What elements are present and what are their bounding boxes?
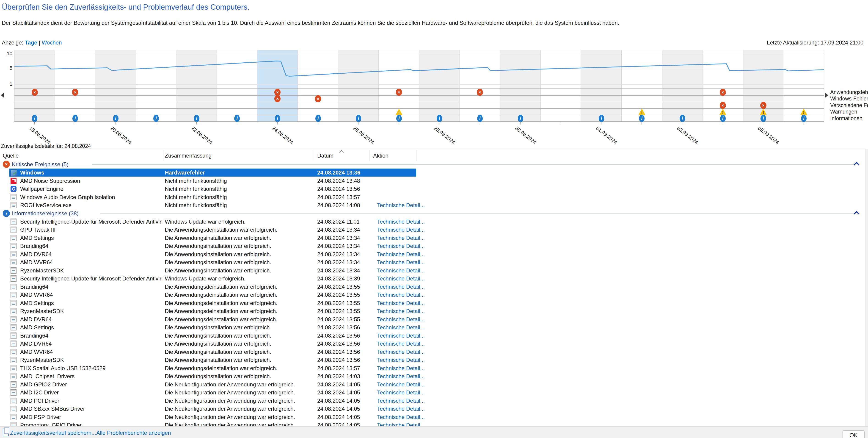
technical-details-link[interactable]: Technische Detail...: [377, 274, 430, 283]
stability-index-chart: [14, 50, 824, 89]
technical-details-link[interactable]: Technische Detail...: [377, 340, 430, 348]
table-row[interactable]: Wallpaper EngineNicht mehr funktionsfähi…: [0, 185, 866, 193]
technical-details-link[interactable]: Technische Detail...: [377, 331, 430, 340]
technical-details-link[interactable]: Technische Detail...: [377, 348, 430, 356]
table-row[interactable]: THX Spatial Audio USB 1532-0529Die Anwen…: [0, 364, 866, 372]
table-row[interactable]: Branding64Die Anwendungsdeinstallation w…: [0, 283, 866, 291]
event-icon-grid: ××××××××××!!!!!iiiiiiiiiiiiiiiiiii: [14, 89, 824, 121]
application-error-icon: ×: [396, 89, 402, 96]
technical-details-link[interactable]: Technische Detail...: [377, 201, 430, 209]
generic-app-icon: [10, 341, 17, 347]
technical-details-link[interactable]: Technische Detail...: [377, 323, 430, 331]
table-row[interactable]: AMD I2C DriverDie Neukonfiguration der A…: [0, 388, 866, 397]
technical-details-link[interactable]: Technische Detail...: [377, 413, 430, 421]
technical-details-link[interactable]: Technische Detail...: [377, 372, 430, 380]
source-cell: RyzenMasterSDK: [20, 266, 162, 274]
table-row[interactable]: AMD WVR64Die Anwendungsdeinstallation wa…: [0, 291, 866, 299]
generic-app-icon: [10, 218, 17, 225]
technical-details-link[interactable]: Technische Detail...: [377, 364, 430, 372]
technical-details-link[interactable]: Technische Detail...: [377, 242, 430, 250]
column-header-aktion[interactable]: Aktion: [373, 152, 389, 159]
table-row[interactable]: AMD_Chipset_DriversDie Anwendungsinstall…: [0, 372, 866, 380]
table-row[interactable]: Security Intelligence-Update für Microso…: [0, 274, 866, 283]
table-row[interactable]: AMD WVR64Die Anwendungsinstallation war …: [0, 348, 866, 356]
column-header-quelle[interactable]: Quelle: [3, 152, 19, 159]
table-row[interactable]: AMD SettingsDie Anwendungsdeinstallation…: [0, 299, 866, 307]
table-row[interactable]: RyzenMasterSDKDie Anwendungsinstallation…: [0, 266, 866, 274]
technical-details-link[interactable]: Technische Detail...: [377, 299, 430, 307]
table-row[interactable]: AMD SBxxx SMBus DriverDie Neukonfigurati…: [0, 405, 866, 413]
view-reports-link[interactable]: Alle Problemberichte anzeigen: [96, 430, 171, 436]
table-row[interactable]: Promontory_GPIO DriverDie Neukonfigurati…: [0, 421, 866, 426]
table-row[interactable]: Security Intelligence-Update für Microso…: [0, 217, 866, 226]
technical-details-link[interactable]: Technische Detail...: [377, 217, 430, 226]
table-row[interactable]: Windows Audio Device Graph IsolationNich…: [0, 193, 866, 201]
application-error-icon: ×: [32, 89, 38, 96]
technical-details-link[interactable]: Technische Detail...: [377, 380, 430, 388]
scroll-right-arrow-icon[interactable]: [825, 93, 828, 98]
page-title: Überprüfen Sie den Zuverlässigkeits- und…: [2, 3, 249, 11]
column-header-datum[interactable]: Datum: [317, 152, 334, 159]
stability-index-line: [14, 50, 824, 89]
date-label-18.08.2024: 18.08.2024: [28, 125, 52, 145]
table-row[interactable]: AMD DVR64Die Anwendungsdeinstallation wa…: [0, 315, 866, 323]
table-row[interactable]: AMD DVR64Die Anwendungsinstallation war …: [0, 340, 866, 348]
summary-cell: Nicht mehr funktionsfähig: [165, 177, 311, 185]
technical-details-link[interactable]: Technische Detail...: [377, 397, 430, 405]
technical-details-link[interactable]: Technische Detail...: [377, 307, 430, 315]
technical-details-link[interactable]: Technische Detail...: [377, 258, 430, 266]
collapse-chevron-up-icon[interactable]: [854, 211, 859, 216]
table-row[interactable]: AMD GPIO2 DriverDie Neukonfiguration der…: [0, 380, 866, 388]
generic-app-icon: [10, 422, 17, 426]
date-cell: 24.08.2024 13:34: [317, 258, 368, 266]
table-row[interactable]: WindowsHardwarefehler24.08.2024 13:36: [0, 169, 866, 177]
summary-cell: Die Anwendungsinstallation war erfolgrei…: [165, 348, 311, 356]
table-row[interactable]: AMD SettingsDie Anwendungsinstallation w…: [0, 234, 866, 242]
source-cell: Wallpaper Engine: [20, 185, 162, 193]
collapse-chevron-up-icon[interactable]: [854, 162, 859, 167]
column-header-zusammenfassung[interactable]: Zusammenfassung: [165, 152, 212, 159]
day-column-31.08.2024[interactable]: [541, 89, 581, 121]
table-row[interactable]: RyzenMasterSDKDie Anwendungsinstallation…: [0, 356, 866, 364]
table-row[interactable]: AMD SettingsDie Anwendungsinstallation w…: [0, 323, 866, 331]
generic-app-icon: [10, 251, 17, 257]
information-icon: i: [680, 115, 685, 122]
table-row[interactable]: AMD PSP DriverDie Neukonfiguration der A…: [0, 413, 866, 421]
technical-details-link[interactable]: Technische Detail...: [377, 250, 430, 258]
technical-details-link[interactable]: Technische Detail...: [377, 388, 430, 397]
technical-details-link[interactable]: Technische Detail...: [377, 315, 430, 323]
technical-details-link[interactable]: Technische Detail...: [377, 405, 430, 413]
table-row[interactable]: AMD PCI DriverDie Neukonfiguration der A…: [0, 397, 866, 405]
table-row[interactable]: RyzenMasterSDKDie Anwendungsdeinstallati…: [0, 307, 866, 315]
date-cell: 24.08.2024 14:05: [317, 413, 368, 421]
technical-details-link[interactable]: Technische Detail...: [377, 421, 430, 426]
table-row[interactable]: GPU Tweak IIIDie Anwendungsdeinstallatio…: [0, 226, 866, 234]
technical-details-link[interactable]: Technische Detail...: [377, 226, 430, 234]
view-weeks-link[interactable]: Wochen: [42, 39, 62, 46]
save-history-link[interactable]: Zuverlässigkeitsverlauf speichern...: [10, 430, 96, 436]
scroll-left-arrow-icon[interactable]: [1, 93, 4, 98]
group-row-informational[interactable]: iInformationsereignisse (38): [0, 209, 866, 217]
ok-button[interactable]: OK: [842, 431, 865, 438]
technical-details-link[interactable]: Technische Detail...: [377, 266, 430, 274]
table-row[interactable]: AMD Noise SuppressionNicht mehr funktion…: [0, 177, 866, 185]
view-days-link[interactable]: Tage: [25, 39, 37, 46]
technical-details-link[interactable]: Technische Detail...: [377, 356, 430, 364]
table-row[interactable]: Branding64Die Anwendungsinstallation war…: [0, 242, 866, 250]
table-row[interactable]: AMD WVR64Die Anwendungsinstallation war …: [0, 258, 866, 266]
technical-details-link[interactable]: Technische Detail...: [377, 283, 430, 291]
technical-details-link[interactable]: Technische Detail...: [377, 291, 430, 299]
date-cell: 24.08.2024 13:57: [317, 193, 368, 201]
source-cell: AMD WVR64: [20, 291, 162, 299]
source-cell: Security Intelligence-Update für Microso…: [20, 274, 162, 283]
date-cell: 24.08.2024 13:34: [317, 242, 368, 250]
information-icon: i: [153, 115, 159, 122]
summary-cell: Hardwarefehler: [165, 169, 311, 177]
technical-details-link[interactable]: Technische Detail...: [377, 234, 430, 242]
information-icon: i: [518, 115, 523, 122]
scrollbar-track[interactable]: [866, 149, 868, 426]
table-row[interactable]: ROGLiveService.exeNicht mehr funktionsfä…: [0, 201, 866, 209]
table-row[interactable]: AMD DVR64Die Anwendungsinstallation war …: [0, 250, 866, 258]
group-row-critical[interactable]: ×Kritische Ereignisse (5): [0, 160, 866, 169]
table-row[interactable]: Branding64Die Anwendungsinstallation war…: [0, 331, 866, 340]
